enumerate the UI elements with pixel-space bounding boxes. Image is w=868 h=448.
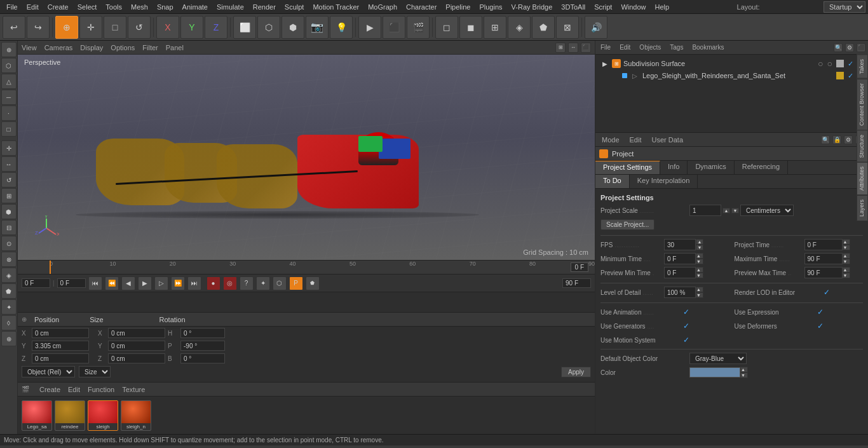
pmin-up[interactable]: ▲ [696,267,703,273]
menu-edit[interactable]: Edit [23,2,43,12]
sphere-tool[interactable]: ⬡ [257,16,280,39]
pt-up[interactable]: ▲ [843,239,850,245]
attr-config[interactable]: ⚙ [844,135,853,144]
t-pos-y[interactable] [32,341,89,351]
ob-tags[interactable]: Tags [667,44,686,51]
side-tab-content-browser[interactable]: Content Browser [857,79,868,130]
vph-filter[interactable]: Filter [142,44,158,51]
ob-bookmarks[interactable]: Bookmarks [689,44,726,51]
tl-prev-frame[interactable]: ◀ [121,276,135,290]
side-tab-structure[interactable]: Structure [857,130,868,163]
mat-item-1[interactable]: reindee [55,400,85,431]
ob-edit[interactable]: Edit [617,44,633,51]
vp-material[interactable]: ◈ [508,16,531,39]
lt-live[interactable]: ⬡ [1,58,17,73]
lt-move[interactable]: ✛ [1,140,17,156]
apply-button[interactable]: Apply [561,367,591,377]
menu-pipeline[interactable]: Pipeline [442,2,474,12]
input-min-time[interactable] [664,253,696,264]
object-mode-dropdown[interactable]: Object (Rel) [22,366,75,377]
redo-btn[interactable]: ↪ [27,16,50,39]
move-tool[interactable]: ✛ [79,16,102,39]
layout-select[interactable]: Startup [824,1,865,13]
menu-3dtoall[interactable]: 3DToAll [557,2,589,12]
rotate-tool[interactable]: ↺ [128,16,151,39]
vph-view[interactable]: View [22,44,37,51]
tl-next-key[interactable]: ⏩ [171,276,185,290]
side-tab-takes[interactable]: Takes [857,55,868,79]
ob-item-lego[interactable]: ▷ Lego_Sleigh_with_Reindeers_and_Santa_S… [598,70,865,81]
tl-goto-start[interactable]: ⏮ [88,276,102,290]
lt-t10[interactable]: ⊕ [1,331,17,346]
input-lod[interactable] [664,287,696,298]
menu-script[interactable]: Script [590,2,616,12]
vp-cube[interactable]: ◻ [435,16,458,39]
t-rot-p[interactable] [180,341,225,351]
input-preview-min[interactable] [664,267,696,278]
lt-scale[interactable]: ↔ [1,156,17,172]
menu-help[interactable]: Help [651,2,674,12]
vph-panel[interactable]: Panel [166,44,184,51]
ob-visibility-icon[interactable]: ○ [818,58,823,69]
vp-uv[interactable]: ⬟ [532,16,555,39]
ob-file[interactable]: File [598,44,613,51]
nurbs-tool[interactable]: ⬢ [281,16,304,39]
tab-dynamics[interactable]: Dynamics [688,161,734,174]
lt-t7[interactable]: ⬟ [1,283,17,299]
scale-tool[interactable]: □ [104,16,126,39]
menu-plugins[interactable]: Plugins [475,2,506,12]
vp-wire[interactable]: ⊞ [484,16,506,39]
pmin-down[interactable]: ▼ [696,273,703,278]
ob-render-icon[interactable]: ○ [827,58,832,69]
lt-edge[interactable]: ─ [1,90,17,105]
input-fps[interactable] [664,239,696,250]
side-tab-attributes[interactable]: Attributes [857,162,868,195]
mat-item-3[interactable]: sleigh_n [121,400,151,431]
t-size-z[interactable] [108,353,165,363]
tab2-todo[interactable]: To Do [595,175,630,188]
t-pos-x[interactable] [32,328,89,338]
max-down[interactable]: ▼ [843,259,850,264]
lt-select[interactable]: ⊕ [1,42,17,57]
pt-down[interactable]: ▼ [843,245,850,250]
input-max-time[interactable] [804,253,843,264]
lt-t8[interactable]: ✦ [1,299,17,315]
mat-create[interactable]: Create [39,386,60,393]
tl-end-frame[interactable] [562,278,591,288]
min-up[interactable]: ▲ [696,253,703,259]
attr-scroll[interactable]: Project Settings Project Scale ........ … [595,189,868,434]
ob-config[interactable]: ⚙ [845,43,854,52]
fx-btn[interactable]: 🔊 [585,16,607,39]
lt-t6[interactable]: ◈ [1,268,17,283]
menu-sculpt[interactable]: Sculpt [281,2,308,12]
tl-key-sel[interactable]: ? [240,276,254,290]
vp-bp[interactable]: ⊠ [556,16,579,39]
attr-lock[interactable]: 🔒 [832,135,841,144]
lt-t3[interactable]: ⊟ [1,220,17,235]
vph-display[interactable]: Display [80,44,103,51]
menu-select[interactable]: Select [74,2,101,12]
tab-project-settings[interactable]: Project Settings [595,161,660,174]
axis-x[interactable]: X [156,16,179,39]
tab-referencing[interactable]: Referencing [735,161,788,174]
axis-z[interactable]: Z [205,16,227,39]
select-tool[interactable]: ⊕ [55,16,78,39]
tl-key-pos[interactable]: P [289,276,303,290]
scale-project-btn[interactable]: Scale Project... [600,219,654,230]
tl-play[interactable]: ▶ [138,276,152,290]
menu-simulate[interactable]: Simulate [213,2,248,12]
lt-t4[interactable]: ⊙ [1,236,17,251]
ob-item-subdivision[interactable]: ▶ ⊞ Subdivision Surface ○ ○ ✓ ✓ [598,57,865,70]
vp-smooth[interactable]: ◼ [459,16,482,39]
fps-up[interactable]: ▲ [696,239,703,245]
size-mode-dropdown[interactable]: Size [79,366,111,377]
render-btn[interactable]: ▶ [358,16,381,39]
ob-search[interactable]: 🔍 [834,43,843,52]
menu-vray[interactable]: V-Ray Bridge [508,2,557,12]
menu-character[interactable]: Character [402,2,440,12]
ob-objects[interactable]: Objects [637,44,663,51]
tl-next-frame[interactable]: ▷ [154,276,168,290]
mat-edit[interactable]: Edit [68,386,80,393]
tl-record[interactable]: ● [207,276,220,290]
min-down[interactable]: ▼ [696,259,703,264]
